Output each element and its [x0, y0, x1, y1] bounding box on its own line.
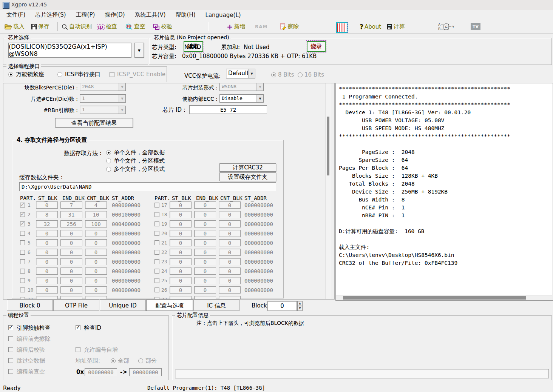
st-blk-input[interactable]: 32 — [36, 220, 58, 228]
cnt-blk-input[interactable] — [85, 296, 107, 300]
st-blk-input[interactable]: 8 — [36, 211, 58, 218]
st-blk-input[interactable]: 0 — [36, 267, 58, 275]
cnt-blk-input[interactable]: 0 — [219, 211, 241, 218]
method-single-all-radio[interactable] — [106, 150, 111, 155]
menu-help[interactable]: 帮助(H) — [171, 10, 201, 20]
end-blk-input[interactable]: 0 — [194, 286, 216, 294]
scrollbar-thumb[interactable] — [327, 117, 329, 175]
st-blk-input[interactable]: 0 — [36, 277, 58, 284]
cnt-blk-input[interactable]: 10 — [85, 211, 107, 218]
cache-folder-path[interactable]: D:\Xgpro\UserData\NAND — [19, 182, 276, 191]
range-to-field[interactable]: 00000000 — [129, 368, 162, 376]
end-blk-input[interactable]: 31 — [60, 211, 82, 218]
erase-before-checkbox[interactable] — [8, 336, 13, 341]
package-combo[interactable]: WSON8 ▼ — [219, 83, 264, 91]
icsp-radio[interactable] — [57, 72, 62, 77]
partition-checkbox[interactable] — [154, 240, 159, 245]
about-button[interactable]: ? About — [360, 20, 381, 33]
menu-system-tools[interactable]: 系统工具(V) — [130, 10, 171, 20]
st-blk-input[interactable]: 0 — [170, 201, 192, 209]
partition-checkbox[interactable] — [154, 259, 159, 264]
chip-test-icon[interactable] — [336, 22, 348, 33]
end-blk-input[interactable]: 0 — [194, 267, 216, 275]
set-cache-folder-button[interactable]: 设置缓存文件夹 — [219, 172, 276, 181]
socket-radio[interactable] — [8, 72, 13, 77]
cnt-blk-input[interactable] — [219, 296, 241, 300]
partition-checkbox[interactable] — [20, 250, 25, 255]
cnt-blk-input[interactable]: 100 — [85, 220, 107, 228]
end-blk-input[interactable]: 0 — [194, 220, 216, 228]
method-single-part-radio[interactable] — [106, 158, 111, 163]
ram-button[interactable]: RAM — [255, 20, 267, 33]
check-id-button[interactable]: ID 检查 — [97, 20, 117, 33]
partition-checkbox[interactable] — [20, 297, 25, 300]
calc-crc32-button[interactable]: 计算CRC32 — [219, 163, 276, 172]
cnt-blk-input[interactable]: 0 — [85, 239, 107, 246]
add-button[interactable]: + 新增 — [227, 20, 246, 33]
st-blk-input[interactable]: 0 — [36, 239, 58, 246]
end-blk-input[interactable]: 0 — [194, 230, 216, 237]
st-blk-input[interactable]: 0 — [36, 230, 58, 237]
end-blk-input[interactable]: 0 — [194, 211, 216, 218]
end-blk-input[interactable]: 0 — [194, 201, 216, 209]
end-blk-input[interactable] — [60, 296, 82, 300]
partition-checkbox[interactable] — [20, 278, 25, 283]
pin-check-checkbox[interactable] — [8, 325, 13, 330]
tv-button[interactable]: TV — [471, 20, 480, 33]
end-blk-input[interactable]: 0 — [60, 267, 82, 275]
cnt-blk-input[interactable]: 0 — [219, 249, 241, 256]
ecc-combo[interactable]: Disable ▼ — [219, 94, 264, 103]
cnt-blk-input[interactable]: 0 — [219, 230, 241, 237]
st-blk-input[interactable]: 0 — [170, 249, 192, 256]
st-blk-input[interactable]: 0 — [170, 239, 192, 246]
tab-4[interactable]: IC 信息 — [193, 300, 239, 311]
cnt-blk-input[interactable]: 0 — [219, 258, 241, 265]
save-button[interactable]: 保存 — [31, 20, 49, 33]
icsp-vcc-checkbox[interactable] — [110, 72, 114, 77]
end-blk-input[interactable] — [194, 296, 216, 300]
block-number-field[interactable]: 0 — [267, 301, 297, 311]
end-blk-input[interactable]: 0 — [60, 249, 82, 256]
partition-checkbox[interactable] — [20, 212, 25, 217]
end-blk-input[interactable]: 0 — [60, 230, 82, 237]
ce-count-combo[interactable]: 1 ▼ — [80, 94, 126, 103]
logic-gate-button[interactable]: AB&Y — [438, 20, 456, 33]
block-spinner-down[interactable]: ▼ — [297, 306, 303, 311]
chip-select-dropdown-button[interactable]: ▼ — [134, 43, 144, 58]
st-blk-input[interactable]: 0 — [170, 258, 192, 265]
partition-checkbox[interactable] — [154, 297, 159, 300]
chip-select-combo[interactable]: (DOSILICON)DS35Q2GA(x1+ISP) @WSON8 — [8, 43, 131, 58]
auto-increment-checkbox[interactable] — [76, 347, 80, 352]
bits16-radio[interactable] — [298, 72, 303, 77]
st-blk-input[interactable]: 0 — [36, 258, 58, 265]
menu-file[interactable]: 文件(F) — [2, 10, 30, 20]
vcc-combo[interactable]: Default ▼ — [226, 69, 255, 78]
st-blk-input[interactable]: 0 — [36, 201, 58, 209]
end-blk-input[interactable]: 0 — [194, 258, 216, 265]
cnt-blk-input[interactable]: 0 — [219, 286, 241, 294]
skip-blank-checkbox[interactable] — [8, 358, 13, 363]
partition-checkbox[interactable] — [154, 212, 159, 217]
load-button[interactable]: 载入 — [5, 20, 25, 33]
cnt-blk-input[interactable]: 0 — [85, 249, 107, 256]
st-blk-input[interactable]: 0 — [36, 286, 58, 294]
tab-3[interactable]: 配置与选项 — [146, 300, 193, 311]
verify-button[interactable]: 校验 — [153, 20, 172, 33]
end-blk-input[interactable]: 0 — [60, 277, 82, 284]
partition-checkbox[interactable] — [20, 231, 25, 236]
partition-checkbox[interactable] — [154, 250, 159, 255]
cnt-blk-input[interactable]: 0 — [219, 267, 241, 275]
partition-checkbox[interactable] — [20, 259, 25, 264]
end-blk-input[interactable]: 7 — [60, 201, 82, 209]
cnt-blk-input[interactable]: 0 — [85, 277, 107, 284]
menu-language[interactable]: Language(L) — [201, 11, 246, 20]
st-blk-input[interactable]: 0 — [36, 249, 58, 256]
st-blk-input[interactable]: 0 — [170, 286, 192, 294]
end-blk-input[interactable]: 0 — [60, 286, 82, 294]
menu-operation[interactable]: 操作(D) — [100, 10, 130, 20]
partition-checkbox[interactable] — [154, 221, 159, 226]
erase-button[interactable]: 擦除 — [280, 20, 299, 33]
menu-project[interactable]: 工程(P) — [71, 10, 100, 20]
menu-chip-select[interactable]: 芯片选择(S) — [30, 10, 71, 20]
end-blk-input[interactable]: 256 — [60, 220, 82, 228]
